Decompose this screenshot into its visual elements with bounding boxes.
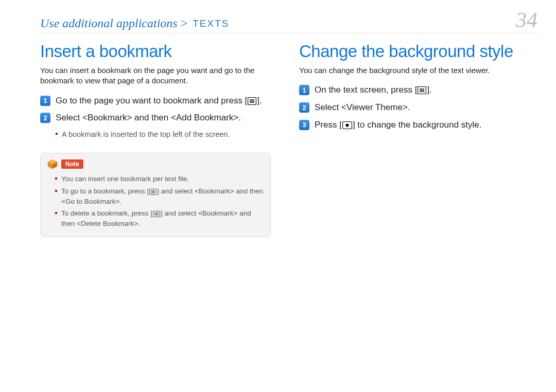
breadcrumb-main: Use additional applications [40, 16, 178, 30]
step-text: Go to the page you want to bookmark and … [56, 95, 262, 107]
step-item: 3 Press [] to change the background styl… [299, 119, 537, 131]
page-number: 34 [516, 9, 537, 31]
breadcrumb-current: TEXTS [193, 18, 229, 29]
step-text: Select <Viewer Theme>. [315, 101, 410, 114]
bullet-dot-icon [56, 133, 58, 135]
note-item: You can insert one bookmark per text fil… [55, 174, 263, 184]
svg-point-20 [345, 123, 349, 127]
note-label: Note [61, 159, 83, 169]
note-item: To delete a bookmark, press [] and selec… [55, 208, 263, 228]
note-item: To go to a bookmark, press [] and select… [55, 186, 263, 206]
steps-background: 1 On the text screen, press []. 2 Select… [299, 84, 537, 131]
step-number-badge: 1 [40, 96, 50, 106]
breadcrumb-separator: > [181, 16, 188, 30]
note-box: Note You can insert one bookmark per tex… [40, 153, 271, 237]
bullet-dot-icon [55, 177, 57, 180]
step-number-badge: 1 [299, 85, 309, 95]
sub-bullet: A bookmark is inserted to the top left o… [56, 129, 279, 139]
note-item-text: You can insert one bookmark per text fil… [61, 174, 189, 184]
note-item-text: To delete a bookmark, press [] and selec… [61, 208, 263, 228]
breadcrumb: Use additional applications > TEXTS [40, 16, 229, 30]
section-title-background: Change the background style [299, 42, 537, 61]
sub-bullet-text: A bookmark is inserted to the top left o… [62, 129, 230, 139]
intro-bookmark: You can insert a bookmark on the page yo… [40, 65, 279, 86]
note-list: You can insert one bookmark per text fil… [55, 174, 263, 228]
step-item: 2 Select <Bookmark> and then <Add Bookma… [40, 112, 279, 124]
page-header: Use additional applications > TEXTS 34 [40, 9, 537, 33]
note-item-text: To go to a bookmark, press [] and select… [61, 186, 263, 206]
note-header: Note [47, 158, 263, 170]
step-number-badge: 2 [40, 113, 50, 123]
menu-icon [153, 211, 160, 217]
step-item: 1 On the text screen, press []. [299, 84, 537, 96]
steps-bookmark: 1 Go to the page you want to bookmark an… [40, 95, 279, 124]
intro-background: You can change the background style of t… [299, 65, 537, 76]
step-item: 2 Select <Viewer Theme>. [299, 101, 537, 114]
section-title-bookmark: Insert a bookmark [40, 42, 279, 61]
step-number-badge: 2 [299, 102, 309, 113]
left-column: Insert a bookmark You can insert a bookm… [40, 39, 279, 237]
step-text: Select <Bookmark> and then <Add Bookmark… [56, 112, 241, 124]
bullet-dot-icon [55, 212, 57, 214]
step-number-badge: 3 [299, 120, 309, 130]
menu-icon [248, 97, 256, 105]
content-columns: Insert a bookmark You can insert a bookm… [40, 39, 537, 237]
step-item: 1 Go to the page you want to bookmark an… [40, 95, 279, 107]
step-text: On the text screen, press []. [315, 84, 432, 96]
manual-page: Use additional applications > TEXTS 34 I… [0, 0, 556, 392]
bullet-dot-icon [55, 190, 57, 192]
menu-icon [149, 189, 157, 195]
menu-icon [418, 86, 426, 94]
note-cube-icon [47, 158, 58, 170]
right-column: Change the background style You can chan… [299, 39, 537, 237]
select-button-icon [342, 121, 352, 129]
step-text: Press [] to change the background style. [315, 119, 481, 131]
